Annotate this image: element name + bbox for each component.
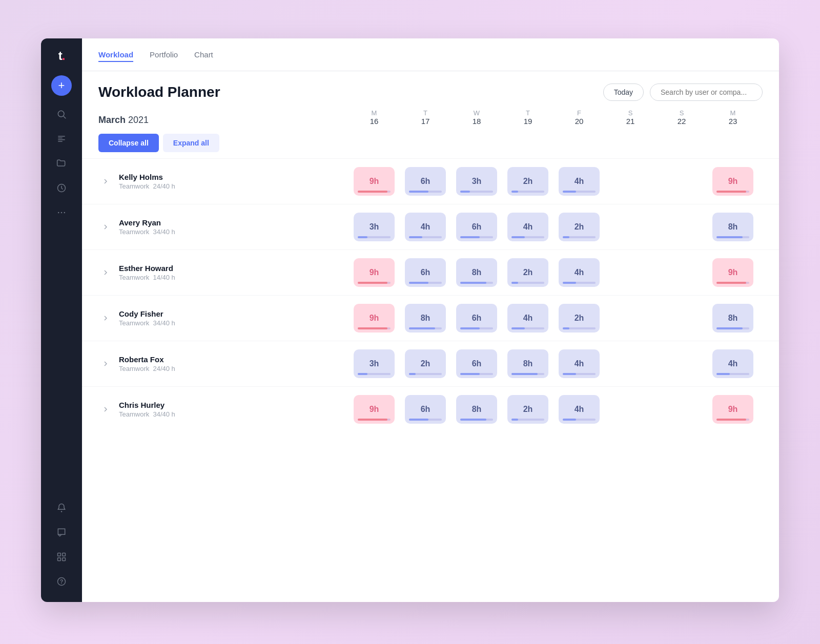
user-meta: Teamwork 14/40 h (119, 274, 332, 281)
grid-icon[interactable] (51, 547, 72, 567)
day-cell: 4h (554, 393, 605, 426)
tab-portfolio[interactable]: Portfolio (150, 48, 178, 62)
hour-block: 9h (354, 258, 395, 287)
hour-block: 2h (405, 349, 446, 378)
user-name: Esther Howard (119, 264, 332, 273)
hour-block: 4h (507, 213, 548, 241)
day-cell: 9h (707, 393, 758, 426)
day-cell: 8h (707, 211, 758, 243)
user-name: Roberta Fox (119, 355, 332, 364)
day-cell: 6h (400, 256, 451, 289)
chevron-icon[interactable] (98, 311, 113, 325)
hour-block: 8h (507, 349, 548, 378)
table-row: Kelly Holms Teamwork 24/40 h 9h6h3h2h4h9… (82, 158, 779, 204)
expand-all-button[interactable]: Expand all (163, 134, 219, 152)
hour-block: 8h (712, 213, 753, 241)
add-button[interactable]: + (51, 75, 72, 96)
hour-block: 9h (712, 167, 753, 196)
day-header-17: T17 (400, 109, 451, 126)
help-icon[interactable]: ? (51, 571, 72, 592)
header-actions: Today (603, 84, 763, 101)
hour-block: 4h (559, 167, 600, 196)
day-cell (656, 393, 707, 426)
hour-block: 4h (405, 213, 446, 241)
main-content: Workload Portfolio Chart Workload Planne… (82, 38, 779, 602)
day-cell: 8h (707, 302, 758, 335)
hour-block: 9h (354, 395, 395, 424)
day-cell: 9h (348, 302, 400, 335)
hour-block: 2h (559, 304, 600, 333)
hour-block: 8h (712, 304, 753, 333)
svg-point-9 (64, 212, 66, 214)
day-header-22: S22 (656, 109, 707, 126)
tab-workload[interactable]: Workload (98, 48, 133, 62)
day-cell: 9h (707, 165, 758, 198)
sidebar: t. + ? (41, 38, 82, 602)
chevron-icon[interactable] (98, 220, 113, 234)
day-cell: 4h (707, 347, 758, 380)
chat-icon[interactable] (51, 522, 72, 543)
clock-icon[interactable] (51, 178, 72, 198)
chevron-icon[interactable] (98, 357, 113, 371)
hour-block: 2h (507, 395, 548, 424)
user-name: Avery Ryan (119, 218, 332, 227)
day-cell: 6h (451, 302, 502, 335)
chevron-icon[interactable] (98, 174, 113, 189)
day-header-18: W18 (451, 109, 502, 126)
chevron-icon[interactable] (98, 402, 113, 417)
controls-row: Collapse all Expand all (82, 128, 779, 158)
today-button[interactable]: Today (603, 84, 644, 101)
hour-block: 3h (456, 167, 497, 196)
table-row: Esther Howard Teamwork 14/40 h 9h6h8h2h4… (82, 250, 779, 295)
svg-point-8 (61, 212, 63, 214)
page-title: Workload Planner (98, 84, 220, 100)
search-input[interactable] (650, 84, 763, 101)
day-cell: 4h (554, 347, 605, 380)
folder-icon[interactable] (51, 153, 72, 174)
svg-point-0 (58, 111, 64, 117)
table-row: Chris Hurley Teamwork 34/40 h 9h6h8h2h4h… (82, 386, 779, 432)
collapse-all-button[interactable]: Collapse all (98, 134, 159, 152)
day-cell: 8h (502, 347, 554, 380)
day-cell: 6h (400, 165, 451, 198)
svg-line-1 (64, 116, 66, 119)
logo-dot: . (62, 49, 65, 63)
day-cell: 6h (451, 211, 502, 243)
svg-text:?: ? (60, 578, 64, 585)
user-meta: Teamwork 34/40 h (119, 319, 332, 327)
list-icon[interactable] (51, 129, 72, 149)
day-cell: 6h (451, 347, 502, 380)
hour-block: 3h (354, 349, 395, 378)
hour-block: 8h (405, 304, 446, 333)
day-cell: 6h (400, 393, 451, 426)
hour-block: 2h (507, 258, 548, 287)
svg-rect-14 (63, 558, 66, 561)
day-header-20: F20 (554, 109, 605, 126)
day-cell (656, 256, 707, 289)
day-cell: 4h (502, 211, 554, 243)
calendar-grid: March 2021 M16T17W18T19F20S21S22M23 Coll… (82, 109, 779, 432)
day-cell: 2h (502, 165, 554, 198)
day-cell (605, 165, 656, 198)
day-cell: 2h (400, 347, 451, 380)
hour-block: 9h (354, 304, 395, 333)
user-rows: Kelly Holms Teamwork 24/40 h 9h6h3h2h4h9… (82, 158, 779, 432)
search-icon[interactable] (51, 104, 72, 124)
hour-block: 2h (559, 213, 600, 241)
day-cell: 2h (502, 256, 554, 289)
tab-chart[interactable]: Chart (194, 48, 213, 62)
day-cell (605, 256, 656, 289)
chevron-icon[interactable] (98, 265, 113, 280)
hour-block: 4h (559, 395, 600, 424)
calendar-days-header: M16T17W18T19F20S21S22M23 (348, 109, 758, 126)
hour-block: 8h (456, 395, 497, 424)
day-cell: 4h (400, 211, 451, 243)
more-icon[interactable] (51, 202, 72, 223)
day-header-21: S21 (605, 109, 656, 126)
hour-block: 9h (712, 395, 753, 424)
bell-icon[interactable] (51, 497, 72, 518)
day-cell (605, 302, 656, 335)
svg-rect-11 (58, 553, 61, 556)
day-cell: 2h (502, 393, 554, 426)
month-label: March 2021 (98, 115, 149, 125)
